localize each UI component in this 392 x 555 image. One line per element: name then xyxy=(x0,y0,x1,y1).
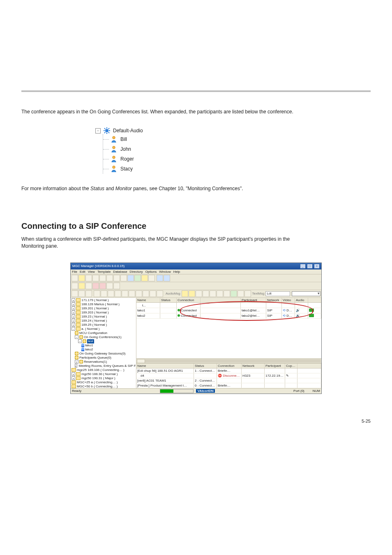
toolbar-button[interactable] xyxy=(85,275,92,281)
table-row[interactable]: tako2 Connected tako2@tel… SIP ⟲ D… 🔊 xyxy=(136,313,321,319)
tree-mcu-node[interactable]: +171.179 ( Normal ) xyxy=(71,298,135,302)
toolbar-button[interactable] xyxy=(106,283,113,289)
col-video[interactable]: Video xyxy=(282,298,295,302)
toolbar-button[interactable] xyxy=(92,275,99,281)
menu-options[interactable]: Options xyxy=(145,270,157,274)
tree-conference-node[interactable]: −test xyxy=(71,339,135,343)
tree-mcu-node[interactable]: +188.128 Marius ( Normal ) xyxy=(71,302,135,306)
table-row[interactable]: [Edi chup 56] 188.51 DO AGR1 1 - Connect… xyxy=(136,368,321,373)
toolbar-button[interactable] xyxy=(143,290,149,297)
toolbar-button[interactable] xyxy=(113,283,120,289)
tree-node[interactable]: Participants Queue(0) xyxy=(71,356,135,360)
tree-mcu-node[interactable]: mgc25 189.106 ( Connecting… ) xyxy=(71,368,135,372)
tree-node[interactable]: +Meeting Rooms, Entry Queues & SIP Facto… xyxy=(71,364,135,368)
toolbar-button[interactable] xyxy=(157,290,163,297)
menu-database[interactable]: Database xyxy=(113,270,127,274)
tree-mcu-node[interactable]: +189.23 ( Normal ) xyxy=(71,315,135,319)
toolbar-button[interactable] xyxy=(196,290,202,297)
toolbar-button[interactable] xyxy=(78,275,85,281)
table-row[interactable]: [ver8] AC01 TEAM1 2 - Connected… xyxy=(136,378,321,383)
toolbar-button[interactable] xyxy=(106,275,113,281)
toolbar-button[interactable] xyxy=(136,290,142,297)
menu-template[interactable]: Template xyxy=(97,270,111,274)
tree-mcu-node[interactable]: −a. ( Normal ) xyxy=(71,327,135,331)
toolbar-button[interactable] xyxy=(217,290,223,297)
col-connection[interactable]: Connection xyxy=(177,298,201,302)
toolbar-button[interactable] xyxy=(238,290,244,297)
toolbar-button[interactable] xyxy=(141,275,148,281)
menu-directory[interactable]: Directory xyxy=(130,270,143,274)
col2-connection[interactable]: Connection xyxy=(217,364,242,368)
toolbar-button[interactable] xyxy=(94,290,100,297)
col-network[interactable]: Network xyxy=(266,298,282,302)
toolbar-textmsg-input[interactable]: Ldt xyxy=(265,291,290,296)
toolbar-button[interactable] xyxy=(78,283,85,289)
toolbar-button[interactable] xyxy=(108,290,114,297)
col2-network[interactable]: Network xyxy=(242,364,265,368)
toolbar-button[interactable] xyxy=(120,275,127,281)
tree-mcu-node[interactable]: +mgc50 188.30 ( Normal ) xyxy=(71,372,135,376)
toolbar-button[interactable] xyxy=(115,290,121,297)
table-row[interactable]: [Presta ] Product Management t… 0 - Conn… xyxy=(136,383,321,388)
col-participant[interactable]: Participant xyxy=(241,298,266,302)
toolbar-button[interactable] xyxy=(231,290,237,297)
menu-file[interactable]: File xyxy=(72,270,77,274)
window-minimize-button[interactable]: _ xyxy=(300,264,306,269)
toolbar-button[interactable] xyxy=(203,290,209,297)
tree-mcu-node[interactable]: +189.25 ( Normal ) xyxy=(71,323,135,327)
table-row[interactable]: d4 ⛔ Disconnected H323 172.22.19… ✎ xyxy=(136,373,321,378)
col-status[interactable]: Status xyxy=(160,298,177,302)
toolbar-button[interactable] xyxy=(92,283,99,289)
toolbar-button[interactable] xyxy=(164,275,170,281)
tree-node[interactable]: +Reservations(1) xyxy=(71,360,135,364)
toolbar-button[interactable] xyxy=(134,275,141,281)
toolbar-gear-icon[interactable] xyxy=(99,283,106,289)
toolbar-button[interactable] xyxy=(99,275,106,281)
menu-help[interactable]: Help xyxy=(173,270,180,274)
window-maximize-button[interactable]: □ xyxy=(307,264,313,269)
tree-participant-node[interactable]: tako2 xyxy=(71,348,135,352)
tree-node[interactable]: On Going Gateway Sessions(0) xyxy=(71,352,135,356)
toolbar-button[interactable] xyxy=(224,290,230,297)
toolbar-button[interactable] xyxy=(85,290,92,297)
col-audio[interactable]: Audio xyxy=(295,298,308,302)
col2-participant[interactable]: Participant xyxy=(265,364,285,368)
col2-copy[interactable]: Cop… xyxy=(285,364,297,368)
toolbar-button[interactable] xyxy=(210,290,216,297)
toolbar-button[interactable] xyxy=(244,290,251,297)
col-extra[interactable] xyxy=(308,298,321,302)
col2-name[interactable]: Name xyxy=(136,364,194,368)
tree-mcu-node[interactable]: MGC+25 a ( Connecting… ) xyxy=(71,380,135,385)
tree-mcu-node[interactable]: +mgc50 190.31 ( Major ) xyxy=(71,376,135,380)
toolbar-button[interactable] xyxy=(78,290,85,297)
tree-mcu-node[interactable]: MGC+50 b ( Connecting… ) xyxy=(71,385,135,388)
col-name[interactable]: Name xyxy=(136,298,160,302)
table-row[interactable]: tako1 Connected tako1@tel… SIP ⟲ D… 🔊 xyxy=(136,308,321,313)
tree-participant-node[interactable]: tako1 xyxy=(71,343,135,348)
toolbar-button[interactable] xyxy=(101,290,107,297)
tree-ongoing-conferences[interactable]: −On Going Conferences(1) xyxy=(71,335,135,339)
tree-mcu-node[interactable]: +189.203 ( Normal ) xyxy=(71,311,135,315)
toolbar-button[interactable] xyxy=(71,290,78,297)
toolbar-button[interactable] xyxy=(150,290,156,297)
toolbar-button[interactable] xyxy=(71,275,78,281)
scrollbar-horizontal[interactable] xyxy=(136,358,321,363)
col2-status[interactable]: Status xyxy=(194,364,217,368)
toolbar-select[interactable] xyxy=(292,291,321,296)
toolbar-button[interactable] xyxy=(189,290,195,297)
toolbar-button[interactable] xyxy=(157,275,163,281)
menu-window[interactable]: Window xyxy=(159,270,171,274)
tree-mcu-node[interactable]: +189.24 ( Normal ) xyxy=(71,319,135,323)
toolbar-button[interactable] xyxy=(113,275,120,281)
toolbar-button[interactable] xyxy=(71,283,78,289)
toolbar-button[interactable] xyxy=(129,290,135,297)
toolbar-button[interactable] xyxy=(127,275,134,281)
toolbar-button[interactable] xyxy=(182,290,188,297)
tree-node[interactable]: MCU Configuration xyxy=(71,331,135,335)
menu-edit[interactable]: Edit xyxy=(80,270,85,274)
toolbar-button[interactable] xyxy=(85,283,92,289)
menu-view[interactable]: View xyxy=(88,270,95,274)
tree-mcu-node[interactable]: +189.201 ( Normal ) xyxy=(71,306,135,311)
toolbar-button[interactable] xyxy=(148,275,155,281)
window-close-button[interactable]: × xyxy=(314,264,320,269)
